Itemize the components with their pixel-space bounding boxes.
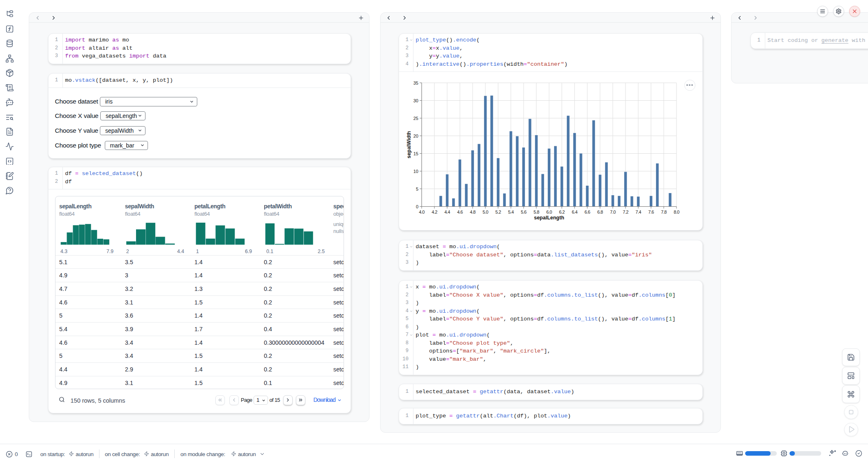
svg-text:30: 30	[413, 98, 418, 103]
svg-text:7.4: 7.4	[635, 210, 641, 214]
svg-text:0: 0	[416, 204, 418, 209]
svg-text:15: 15	[413, 151, 418, 156]
svg-text:4.0: 4.0	[419, 210, 425, 214]
svg-text:4.4: 4.4	[444, 210, 450, 214]
svg-text:7.8: 7.8	[661, 210, 667, 214]
svg-text:4.8: 4.8	[470, 210, 476, 214]
svg-text:6.8: 6.8	[597, 210, 603, 214]
svg-text:5.4: 5.4	[508, 210, 514, 214]
svg-text:7.0: 7.0	[610, 210, 616, 214]
svg-text:4.6: 4.6	[457, 210, 463, 214]
svg-text:8.0: 8.0	[674, 210, 679, 214]
svg-text:35: 35	[413, 81, 418, 85]
svg-text:5.2: 5.2	[495, 210, 501, 214]
svg-text:5: 5	[416, 187, 418, 191]
svg-text:sepalWidth: sepalWidth	[406, 131, 412, 159]
svg-text:4.2: 4.2	[432, 210, 437, 214]
svg-text:7.2: 7.2	[623, 210, 628, 214]
svg-text:20: 20	[413, 134, 418, 138]
svg-text:25: 25	[413, 116, 418, 121]
svg-text:6.4: 6.4	[572, 210, 577, 214]
svg-text:10: 10	[413, 169, 418, 174]
svg-text:5.6: 5.6	[521, 210, 526, 214]
svg-text:5.8: 5.8	[533, 210, 539, 214]
svg-text:7.6: 7.6	[648, 210, 654, 214]
svg-text:5.0: 5.0	[482, 210, 488, 214]
svg-text:6.0: 6.0	[546, 210, 552, 214]
svg-text:6.2: 6.2	[559, 210, 565, 214]
svg-text:sepalLength: sepalLength	[534, 215, 564, 221]
svg-text:6.6: 6.6	[584, 210, 590, 214]
